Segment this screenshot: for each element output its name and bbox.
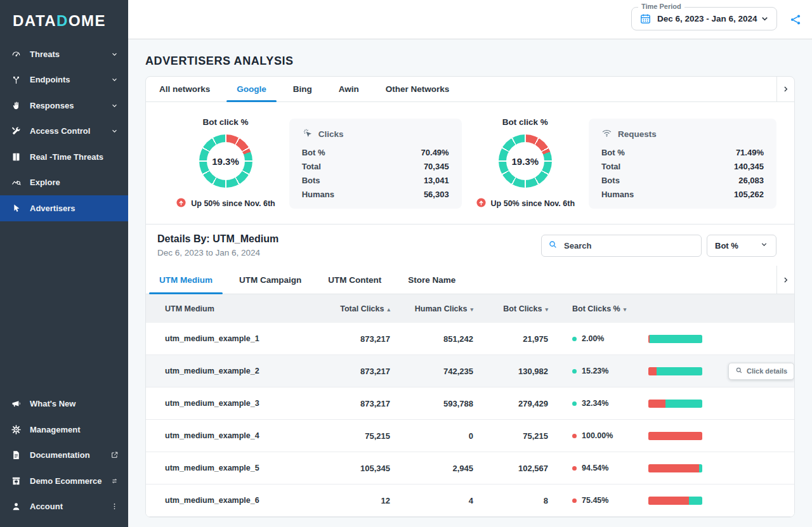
- clicks-panel: ClicksBot %70.49%Total70,345Bots13,041Hu…: [289, 119, 462, 209]
- trend-up-icon: [176, 197, 187, 210]
- transfer-icon: [110, 477, 119, 485]
- tab-awin[interactable]: Awin: [325, 77, 372, 101]
- table-body: utm_medium_example_1873,217851,24221,975…: [146, 323, 794, 517]
- sidebar-item-responses[interactable]: Responses: [0, 93, 128, 119]
- table-row-utm_medium_example_1[interactable]: utm_medium_example_1873,217851,24221,975…: [146, 323, 794, 355]
- table-row-utm_medium_example_3[interactable]: utm_medium_example_3873,217593,788279,42…: [146, 387, 794, 420]
- real-time-threats-icon: [11, 152, 22, 162]
- sidebar-item-demo-ecommerce[interactable]: Demo Ecommerce: [0, 468, 128, 494]
- bot-clicks-value: 21,975: [473, 334, 548, 344]
- demo-ecommerce-icon: [11, 476, 22, 486]
- column-header-bot-clicks[interactable]: Bot Clicks▾: [473, 304, 548, 313]
- column-header-human-clicks[interactable]: Human Clicks▾: [390, 304, 473, 313]
- time-period-selector[interactable]: Time Period Dec 6, 2023 - Jan 6, 2024: [631, 7, 777, 30]
- stat-value: 70.49%: [421, 148, 449, 157]
- human-clicks-value: 593,788: [390, 399, 473, 408]
- datadome-logo[interactable]: DATADOME: [0, 0, 128, 39]
- stat-line-bots: Bots13,041: [302, 173, 449, 187]
- click-details-button[interactable]: Click details: [728, 363, 794, 380]
- tab-other-networks[interactable]: Other Networks: [372, 77, 463, 101]
- network-tabs: All networksGoogleBingAwinOther Networks: [146, 77, 794, 102]
- sidebar: DATADOME ThreatsEndpointsResponsesAccess…: [0, 0, 128, 527]
- chevron-down-icon: [760, 240, 768, 250]
- stat-line-humans: Humans56,303: [302, 187, 449, 201]
- external-link-icon: [110, 451, 119, 459]
- bot-human-ratio-bar: [648, 367, 702, 375]
- network-tabs-scroll-right[interactable]: [776, 77, 794, 101]
- human-clicks-value: 851,242: [390, 334, 473, 344]
- column-header-total-clicks[interactable]: Total Clicks▴: [317, 304, 390, 313]
- bot-click-gauge-requests: Bot click % 19.3% Up 50% since Nov. 6th: [469, 117, 580, 210]
- table-row-utm_medium_example_2[interactable]: utm_medium_example_2873,217742,235130,98…: [146, 355, 794, 387]
- human-clicks-value: 2,945: [390, 464, 473, 473]
- stat-label: Bots: [601, 176, 620, 185]
- threats-icon: [11, 49, 22, 60]
- sidebar-item-label: Demo Ecommerce: [30, 476, 110, 486]
- utm-tabs-scroll-right[interactable]: [776, 266, 794, 294]
- sidebar-item-label: Endpoints: [30, 75, 110, 84]
- sidebar-item-label: Documentation: [30, 450, 110, 460]
- table-header: UTM MediumTotal Clicks▴Human Clicks▾Bot …: [146, 294, 794, 323]
- tab-bing[interactable]: Bing: [280, 77, 325, 101]
- stat-line-bot: Bot %70.49%: [302, 145, 449, 159]
- utm-medium-value: utm_medium_example_6: [165, 496, 317, 505]
- ratio-bar-cell: [648, 400, 724, 408]
- sidebar-item-real-time-threats[interactable]: Real -Time Threats: [0, 144, 128, 170]
- bot-clicks-pct-value: 2.00%: [582, 334, 604, 343]
- magnifier-icon: [735, 367, 743, 375]
- column-label: Total Clicks: [340, 304, 384, 313]
- tab-utm-content[interactable]: UTM Content: [315, 266, 395, 294]
- human-clicks-value: 742,235: [390, 367, 473, 376]
- table-row-utm_medium_example_4[interactable]: utm_medium_example_475,215075,215100.00%: [146, 420, 794, 452]
- bot-clicks-pct-cell: 94.54%: [548, 464, 648, 472]
- stat-line-total: Total70,345: [302, 159, 449, 173]
- main-area: Time Period Dec 6, 2023 - Jan 6, 2024 AD…: [128, 0, 812, 527]
- kebab-icon: [110, 502, 119, 511]
- tab-utm-medium[interactable]: UTM Medium: [146, 266, 226, 294]
- bot-clicks-value: 130,982: [473, 367, 548, 376]
- status-dot: [572, 498, 577, 503]
- wifi-icon: [601, 127, 612, 140]
- utm-medium-value: utm_medium_example_3: [165, 399, 317, 408]
- tab-utm-campaign[interactable]: UTM Campaign: [226, 266, 315, 294]
- total-clicks-value: 12: [317, 496, 390, 505]
- gauge-trend: Up 50% since Nov. 6th: [176, 197, 275, 210]
- column-label: Bot Clicks: [503, 304, 542, 313]
- sidebar-item-account[interactable]: Account: [0, 494, 128, 520]
- topbar: Time Period Dec 6, 2023 - Jan 6, 2024: [128, 0, 812, 39]
- sidebar-item-access-control[interactable]: Access Control: [0, 119, 128, 145]
- search-input[interactable]: [563, 240, 695, 251]
- stat-line-total: Total140,345: [601, 159, 764, 173]
- tab-store-name[interactable]: Store Name: [395, 266, 469, 294]
- share-button[interactable]: [789, 13, 802, 26]
- tab-google[interactable]: Google: [223, 77, 280, 101]
- sidebar-item-label: Management: [30, 425, 119, 434]
- sidebar-item-management[interactable]: Management: [0, 417, 128, 443]
- sidebar-item-documentation[interactable]: Documentation: [0, 443, 128, 469]
- column-label: Bot Clicks %: [572, 304, 620, 313]
- sidebar-item-label: Account: [30, 502, 110, 511]
- search-box: [541, 235, 702, 257]
- stat-value: 26,083: [738, 176, 764, 185]
- sidebar-item-endpoints[interactable]: Endpoints: [0, 67, 128, 93]
- table-row-utm_medium_example_6[interactable]: utm_medium_example_6124875.45%: [146, 485, 794, 517]
- sidebar-item-advertisers[interactable]: Advertisers: [0, 195, 128, 221]
- sidebar-item-whats-new[interactable]: What's New: [0, 391, 128, 417]
- stats-row: Bot click % 19.3% Up 50% since Nov. 6th …: [146, 102, 794, 224]
- sidebar-item-threats[interactable]: Threats: [0, 41, 128, 67]
- total-clicks-value: 873,217: [317, 399, 390, 408]
- bot-click-donut: 19.3%: [499, 134, 552, 188]
- sort-by-select[interactable]: Bot %: [707, 235, 776, 257]
- ratio-bar-cell: [648, 335, 724, 343]
- utm-medium-value: utm_medium_example_5: [165, 464, 317, 472]
- chevron-down-icon: [110, 50, 119, 58]
- column-header-bot-clicks[interactable]: Bot Clicks %▾: [548, 304, 648, 313]
- status-dot: [572, 369, 577, 374]
- sidebar-item-explore[interactable]: Explore: [0, 170, 128, 196]
- bot-click-donut: 19.3%: [199, 134, 252, 188]
- bot-human-ratio-bar: [648, 497, 702, 505]
- details-date-range: Dec 6, 2023 to Jan 6, 2024: [157, 248, 278, 257]
- tab-all-networks[interactable]: All networks: [146, 77, 223, 101]
- table-row-utm_medium_example_5[interactable]: utm_medium_example_5105,3452,945102,5679…: [146, 452, 794, 485]
- bot-clicks-pct-cell: 75.45%: [548, 496, 648, 505]
